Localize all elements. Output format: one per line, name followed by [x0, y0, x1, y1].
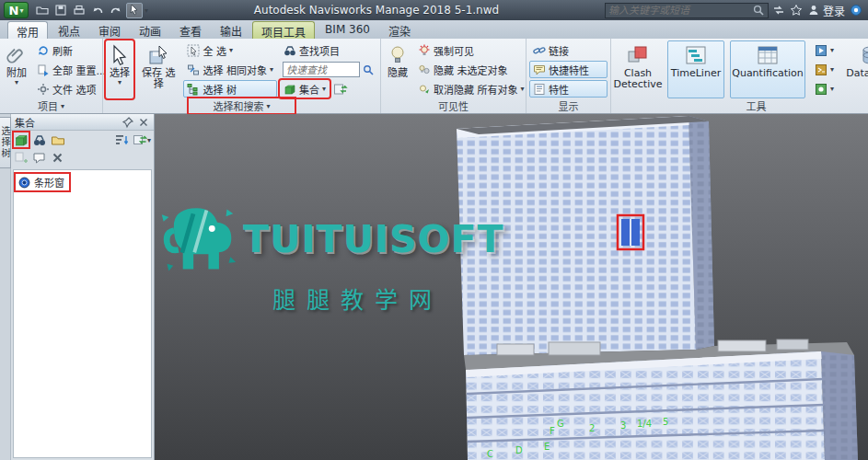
pin-icon[interactable] [122, 116, 134, 129]
tab-view[interactable]: 查看 [171, 21, 210, 39]
delete-button[interactable] [51, 151, 65, 166]
quick-properties-button[interactable]: 快捷特性 [529, 61, 608, 78]
attach-button[interactable]: 附加 ▾ [3, 40, 30, 98]
group-label-select-search[interactable]: 选择和搜索▾ [103, 98, 380, 113]
group-label-project[interactable]: 项目▾ [0, 98, 102, 113]
sets-import-export-icon[interactable] [333, 82, 348, 97]
clash-detective-button[interactable]: Clash Detective [614, 40, 662, 98]
find-items-button[interactable]: 查找项目 [280, 41, 377, 59]
tab-animation[interactable]: 动画 [131, 21, 169, 39]
refresh-icon [37, 44, 50, 57]
ribbon-group-tools: Clash Detective TimeLiner Quantification… [611, 39, 868, 113]
animator-tool-icon[interactable]: ▾ [811, 41, 838, 59]
refresh-button[interactable]: 刷新 [33, 41, 110, 59]
communication-center-icon[interactable] [850, 4, 862, 17]
help-search-input[interactable] [608, 5, 750, 16]
select-tool-button[interactable] [126, 3, 143, 18]
lightbulb-icon [386, 43, 410, 67]
scripter-tool-icon[interactable]: ▾ [811, 61, 838, 78]
quick-access-toolbar: ▾ [34, 3, 148, 18]
hide-unselected-button[interactable]: 隐藏 未选定对象 [414, 61, 528, 78]
save-search-set-button[interactable] [32, 132, 47, 147]
new-folder-button[interactable] [51, 132, 65, 147]
tab-output[interactable]: 输出 [212, 21, 250, 39]
reset-all-button[interactable]: 全部 重置... [33, 61, 110, 78]
select-all-button[interactable]: 全 选▾ [183, 41, 277, 59]
save-selection-button[interactable]: 保存 选择 [136, 40, 180, 98]
tab-viewpoint[interactable]: 视点 [50, 21, 88, 39]
quick-find-search-icon[interactable] [362, 63, 375, 76]
tab-render[interactable]: 渲染 [380, 21, 419, 39]
quick-properties-icon [533, 63, 546, 76]
redo-button[interactable] [108, 3, 124, 18]
quantification-icon [756, 43, 780, 67]
chain-link-icon [533, 44, 546, 57]
import-export-button[interactable]: ▾ [133, 132, 151, 147]
tab-item-tools[interactable]: 项目工具 [252, 21, 315, 39]
require-button[interactable]: 强制可见 [414, 41, 528, 59]
unhide-all-button[interactable]: 取消隐藏 所有对象▾ [414, 80, 528, 98]
tab-home[interactable]: 常用 [7, 21, 48, 39]
exchange-apps-icon[interactable] [772, 4, 785, 17]
datatools-button[interactable]: DataTools [843, 40, 868, 98]
ribbon-group-project: 附加 ▾ 刷新 全部 重置... 文件 选项 项目▾ [0, 39, 103, 113]
group-label-visibility[interactable]: 可见性 [381, 98, 526, 113]
select-same-button[interactable]: 选择 相同对象▾ [183, 61, 277, 78]
clash-detective-icon [626, 43, 650, 67]
sets-panel: 集合 ▾ 条形窗 [11, 114, 155, 460]
cursor-icon [108, 43, 132, 67]
sets-icon [14, 132, 29, 147]
save-selection-set-button[interactable] [14, 132, 29, 147]
quick-find-input[interactable] [283, 62, 360, 77]
qat-dropdown-caret[interactable]: ▾ [145, 6, 148, 15]
navisworks-window: N▾ ▾ Autodesk Navisworks Manage 2018 5-1… [0, 0, 868, 460]
sets-icon [284, 83, 296, 96]
close-icon[interactable] [137, 116, 150, 129]
select-button[interactable]: 选择 ▾ [106, 40, 133, 98]
viewport-3d[interactable]: C D E F G 2 3 1/4 5 [155, 114, 868, 460]
sets-panel-header: 集合 [11, 114, 154, 131]
application-menu-button[interactable]: N▾ [4, 2, 29, 18]
group-label-display[interactable]: 显示 [527, 98, 610, 113]
sets-toolbar-row2 [11, 149, 154, 167]
tools-extra-column: ▾ ▾ ▾ [811, 40, 838, 98]
svg-text:F: F [550, 426, 555, 436]
add-copy-button[interactable] [14, 151, 29, 166]
require-icon [418, 44, 431, 57]
file-options-button[interactable]: 文件 选项 [33, 80, 110, 98]
add-comment-button[interactable] [32, 151, 47, 166]
appearance-profiler-tool-icon[interactable]: ▾ [811, 80, 838, 98]
timeliner-button[interactable]: TimeLiner [667, 40, 724, 98]
selection-tree-vertical-tab[interactable]: 选择树 [0, 117, 11, 168]
sets-toolbar-row1: ▾ [11, 131, 154, 149]
svg-text:2: 2 [589, 423, 595, 433]
select-same-icon [187, 63, 200, 76]
selection-tree-button[interactable]: 选择 树 [183, 80, 277, 98]
sets-dropdown-button[interactable]: 集合▾ [280, 80, 330, 98]
open-button[interactable] [34, 3, 51, 18]
sort-icon[interactable] [114, 132, 129, 147]
reset-icon [37, 63, 50, 76]
tree-icon [187, 83, 200, 96]
help-search-box[interactable] [605, 3, 769, 18]
svg-text:1/4: 1/4 [637, 419, 652, 429]
tab-bim360[interactable]: BIM 360 [317, 21, 378, 39]
tree-item-set[interactable]: 条形窗 [16, 174, 69, 190]
ribbon-group-visibility: 隐藏 强制可见 隐藏 未选定对象 取消隐藏 所有对象▾ 可见性 [381, 39, 527, 113]
tab-review[interactable]: 审阅 [90, 21, 129, 39]
star-icon[interactable] [790, 4, 803, 17]
save-selection-icon [146, 43, 170, 67]
quantification-button[interactable]: Quantification [730, 40, 805, 98]
svg-text:D: D [515, 445, 523, 455]
print-button[interactable] [71, 3, 87, 18]
group-label-tools[interactable]: 工具 [611, 98, 868, 113]
watermark-brand: TUITUISOFT [243, 217, 503, 261]
properties-button[interactable]: 特性 [529, 80, 608, 98]
save-button[interactable] [52, 3, 69, 18]
undo-button[interactable] [89, 3, 106, 18]
search-icon[interactable] [752, 4, 765, 17]
hide-button[interactable]: 隐藏 [384, 40, 411, 98]
sign-in-button[interactable]: 登录 [807, 3, 845, 18]
links-button[interactable]: 链接 [529, 41, 608, 59]
left-tab-strip: 选择树 [0, 114, 11, 460]
